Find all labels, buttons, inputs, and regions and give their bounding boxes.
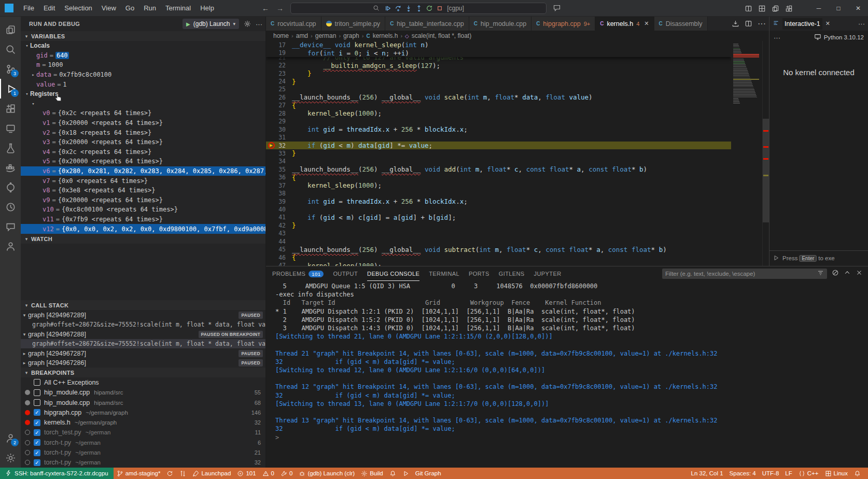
status-0[interactable]: 0 xyxy=(277,470,296,477)
variable-row[interactable]: v2={0x18 <repeats 64 times>} xyxy=(21,128,265,137)
status-lf[interactable]: LF xyxy=(782,470,795,476)
editor-gutter[interactable]: 43 xyxy=(266,230,292,237)
variable-row[interactable]: m=1000 xyxy=(21,60,265,70)
status-c-[interactable]: C++ xyxy=(795,470,822,477)
code-line[interactable]: 31 xyxy=(266,133,731,141)
status-git-graph[interactable]: Git Graph xyxy=(412,470,444,476)
breadcrumb-item[interactable]: home xyxy=(273,32,289,39)
code-line[interactable]: 28 kernel_sleep(1000); xyxy=(266,109,731,117)
status-launchpad[interactable]: Launchpad xyxy=(189,470,234,477)
close-window-icon[interactable]: ✕ xyxy=(848,0,868,17)
editor-gutter[interactable]: 42 xyxy=(266,222,292,229)
activity-explorer[interactable] xyxy=(0,20,21,39)
breakpoint-checkbox[interactable] xyxy=(34,389,40,396)
editor-gutter[interactable]: 17 xyxy=(266,41,292,49)
code-line[interactable]: ▶32 if (gid < m) data[gid] *= value; xyxy=(266,142,731,149)
activity-search[interactable] xyxy=(0,39,21,59)
debug-step-into-icon[interactable] xyxy=(405,5,412,12)
status-0[interactable]: 0 xyxy=(259,470,277,477)
editor-gutter[interactable]: 37 xyxy=(266,182,292,189)
panel-tab-ports[interactable]: PORTS xyxy=(469,266,489,281)
maximize-icon[interactable]: □ xyxy=(829,0,848,17)
breakpoint-checkbox[interactable] xyxy=(34,399,40,406)
tab-triton-simple-py[interactable]: triton_simple.py xyxy=(321,17,386,31)
editor-gutter[interactable]: 24 xyxy=(266,78,292,85)
code-line[interactable]: 29 xyxy=(266,118,731,125)
variable-row[interactable]: v12={0x0, 0x0, 0x2, 0x2, 0x0, 0xd9800100… xyxy=(21,224,265,234)
editor-gutter[interactable]: 26 xyxy=(266,94,292,101)
status-bell[interactable] xyxy=(851,470,864,477)
status-play[interactable] xyxy=(399,470,412,477)
call-stack-session-row[interactable]: ▾graph [4294967288]PAUSED ON BREAKPOINT xyxy=(21,329,265,339)
variable-row[interactable]: v11={0x7fb9 <repeats 64 times>} xyxy=(21,215,265,224)
editor-gutter[interactable]: 41 xyxy=(266,214,292,221)
debug-step-out-icon[interactable] xyxy=(415,5,423,12)
editor-gutter[interactable]: 47 xyxy=(266,262,292,266)
activity-jupyter[interactable] xyxy=(0,177,21,197)
status-101[interactable]: 101 xyxy=(234,470,259,477)
activity-source-control[interactable]: 3 xyxy=(0,59,21,79)
variable-row[interactable]: v9={0x20000 <repeats 64 times>} xyxy=(21,195,265,205)
call-stack-session-row[interactable]: ▸graph [4294967287]PAUSED xyxy=(21,348,265,358)
more-actions-icon[interactable]: ··· xyxy=(774,34,780,41)
code-line[interactable]: 42} xyxy=(266,221,731,229)
editor-gutter[interactable]: 45 xyxy=(266,246,292,253)
panel-tab-gitlens[interactable]: GITLENS xyxy=(499,266,525,281)
debug-step-over-icon[interactable] xyxy=(395,5,402,12)
status-ln-32-col-1[interactable]: Ln 32, Col 1 xyxy=(688,470,726,476)
editor-gutter[interactable]: 19 xyxy=(266,49,292,57)
activity-settings[interactable] xyxy=(0,448,21,468)
call-stack-frame-row[interactable]: graph#offset=28672&size=75552!scale(int … xyxy=(21,320,265,330)
code-line[interactable]: 43 xyxy=(266,230,731,237)
status-spaces-4[interactable]: Spaces: 4 xyxy=(726,470,759,476)
breakpoint-checkbox[interactable] xyxy=(34,379,40,386)
menu-help[interactable]: Help xyxy=(195,1,219,16)
tab-hipgraph-cpp[interactable]: Chipgraph.cpp9+ xyxy=(531,17,595,31)
menu-file[interactable]: File xyxy=(19,1,39,16)
call-stack-session-row[interactable]: ▾graph [4294967289]PAUSED xyxy=(21,310,265,320)
menu-terminal[interactable]: Terminal xyxy=(161,1,195,16)
run-icon[interactable] xyxy=(773,254,779,263)
code-editor[interactable]: 21 // only 1 to 127 are valid arguments2… xyxy=(266,41,769,266)
scrollbar-slider[interactable] xyxy=(763,119,769,222)
panel-tab-jupyter[interactable]: JUPYTER xyxy=(534,266,562,281)
variable-row[interactable]: v4={0x2c <repeats 64 times>} xyxy=(21,147,265,157)
filter-input[interactable] xyxy=(665,271,817,277)
more-actions-icon[interactable]: ··· xyxy=(758,19,766,29)
maximize-panel-icon[interactable] xyxy=(844,269,851,278)
close-icon[interactable]: ✕ xyxy=(644,20,649,27)
call-stack-frame-row[interactable]: graph#offset=28672&size=75552!scale(int … xyxy=(21,339,265,349)
breakpoint-row[interactable]: ✓torch-t.py~/german21 xyxy=(21,447,265,457)
editor-gutter[interactable]: 36 xyxy=(266,174,292,181)
toggle-panel-icon[interactable] xyxy=(741,0,755,17)
activity-run-and-debug[interactable]: 1 xyxy=(0,79,21,98)
editor-gutter[interactable]: 22 xyxy=(266,62,292,69)
status-amd-staging-[interactable]: amd-staging* xyxy=(114,470,164,477)
code-line[interactable]: 30 int gid = threadIdx.x + 256 * blockId… xyxy=(266,125,731,133)
code-line[interactable]: 26__launch_bounds__(256) __global__ void… xyxy=(266,93,731,101)
open-changes-icon[interactable] xyxy=(732,20,739,27)
breakpoint-row[interactable]: ✓hipgraph.cpp~/german/graph146 xyxy=(21,407,265,417)
code-line[interactable]: 36{ xyxy=(266,174,731,181)
code-line[interactable]: 27{ xyxy=(266,102,731,109)
customize-layout-icon[interactable] xyxy=(782,0,795,17)
activity-testing[interactable] xyxy=(0,138,21,158)
status-bell[interactable] xyxy=(386,470,399,477)
editor-gutter[interactable]: 39 xyxy=(266,198,292,205)
menu-view[interactable]: View xyxy=(97,1,121,16)
nav-back-icon[interactable]: ← xyxy=(258,4,273,12)
breakpoints-section-header[interactable]: ▾ BREAKPOINTS xyxy=(21,368,265,377)
tab-interactive-1[interactable]: Interactive-1 xyxy=(782,18,822,30)
more-actions-icon[interactable]: ··· xyxy=(858,20,865,27)
start-debug-icon[interactable]: ▶ xyxy=(186,21,190,27)
variable-row[interactable]: v10={0xc8c00100 <repeats 64 times>} xyxy=(21,205,265,215)
copilot-icon[interactable] xyxy=(553,4,562,13)
code-line[interactable]: 41 if (gid < m) c[gid] = a[gid] + b[gid]… xyxy=(266,214,731,221)
more-actions-icon[interactable]: ··· xyxy=(256,20,262,28)
variable-row[interactable]: v8={0x3e8 <repeats 64 times>} xyxy=(21,186,265,195)
watch-section-header[interactable]: ▾ WATCH xyxy=(21,234,265,244)
status-sync[interactable] xyxy=(163,470,176,477)
toggle-secondary-sidebar-icon[interactable] xyxy=(768,0,782,17)
minimap[interactable] xyxy=(731,41,762,266)
code-line[interactable]: 45__launch_bounds__(256) __global__ void… xyxy=(266,246,731,253)
